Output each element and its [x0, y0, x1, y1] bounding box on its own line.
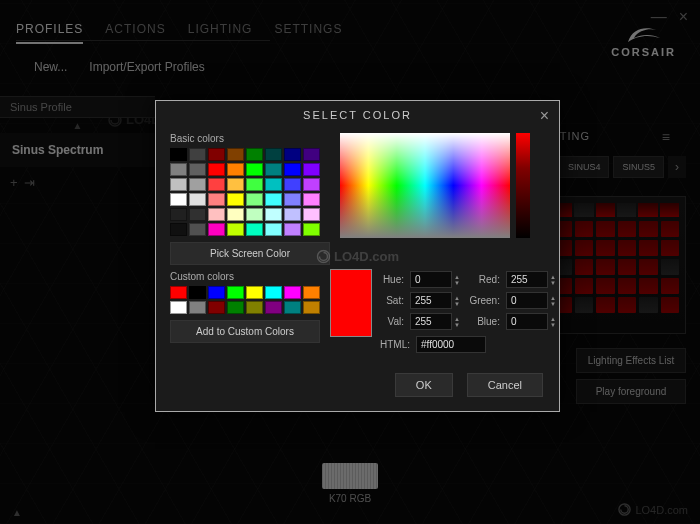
- basic-swatch[interactable]: [208, 223, 225, 236]
- custom-swatch[interactable]: [208, 301, 225, 314]
- modal-overlay: SELECT COLOR × Basic colors Pick Screen …: [0, 0, 700, 524]
- custom-swatch[interactable]: [284, 286, 301, 299]
- basic-swatch[interactable]: [303, 148, 320, 161]
- color-preview: [330, 269, 372, 337]
- basic-swatch[interactable]: [170, 163, 187, 176]
- dialog-close-icon[interactable]: ×: [540, 107, 549, 125]
- basic-swatch[interactable]: [170, 223, 187, 236]
- custom-swatch[interactable]: [189, 301, 206, 314]
- basic-swatch[interactable]: [189, 178, 206, 191]
- custom-swatch[interactable]: [246, 286, 263, 299]
- hue-input[interactable]: [410, 271, 452, 288]
- basic-swatch[interactable]: [227, 148, 244, 161]
- custom-swatch[interactable]: [227, 301, 244, 314]
- green-input[interactable]: [506, 292, 548, 309]
- val-label: Val:: [380, 316, 404, 327]
- basic-swatch[interactable]: [189, 148, 206, 161]
- basic-swatch[interactable]: [208, 193, 225, 206]
- basic-swatch[interactable]: [246, 223, 263, 236]
- sat-input[interactable]: [410, 292, 452, 309]
- basic-swatch[interactable]: [246, 193, 263, 206]
- basic-swatch[interactable]: [208, 163, 225, 176]
- basic-swatch[interactable]: [227, 193, 244, 206]
- html-label: HTML:: [380, 339, 410, 350]
- add-custom-colors-button[interactable]: Add to Custom Colors: [170, 320, 320, 343]
- html-input[interactable]: [416, 336, 486, 353]
- basic-swatch[interactable]: [265, 148, 282, 161]
- dialog-title: SELECT COLOR: [303, 109, 412, 121]
- basic-swatch[interactable]: [208, 148, 225, 161]
- custom-swatch[interactable]: [170, 301, 187, 314]
- basic-swatch[interactable]: [189, 208, 206, 221]
- basic-swatch[interactable]: [170, 193, 187, 206]
- basic-colors-label: Basic colors: [170, 133, 330, 144]
- custom-swatch[interactable]: [303, 301, 320, 314]
- blue-input[interactable]: [506, 313, 548, 330]
- basic-swatch[interactable]: [246, 148, 263, 161]
- basic-swatch[interactable]: [284, 163, 301, 176]
- basic-swatch[interactable]: [303, 223, 320, 236]
- basic-swatch[interactable]: [227, 163, 244, 176]
- basic-swatch[interactable]: [303, 193, 320, 206]
- green-label: Green:: [468, 295, 500, 306]
- custom-swatch[interactable]: [265, 286, 282, 299]
- basic-swatch[interactable]: [170, 148, 187, 161]
- custom-swatch[interactable]: [246, 301, 263, 314]
- basic-swatch[interactable]: [227, 223, 244, 236]
- basic-swatch[interactable]: [170, 208, 187, 221]
- basic-swatch[interactable]: [246, 178, 263, 191]
- basic-swatch[interactable]: [208, 178, 225, 191]
- basic-swatch[interactable]: [303, 163, 320, 176]
- basic-swatch[interactable]: [227, 178, 244, 191]
- basic-swatch[interactable]: [265, 178, 282, 191]
- custom-swatch[interactable]: [303, 286, 320, 299]
- basic-swatch[interactable]: [284, 208, 301, 221]
- basic-swatch[interactable]: [189, 223, 206, 236]
- red-label: Red:: [468, 274, 500, 285]
- pick-screen-color-button[interactable]: Pick Screen Color: [170, 242, 330, 265]
- basic-swatch[interactable]: [227, 208, 244, 221]
- basic-swatch[interactable]: [170, 178, 187, 191]
- custom-swatch[interactable]: [227, 286, 244, 299]
- basic-swatch[interactable]: [284, 178, 301, 191]
- basic-swatch[interactable]: [246, 163, 263, 176]
- basic-swatch[interactable]: [303, 208, 320, 221]
- custom-swatch[interactable]: [170, 286, 187, 299]
- select-color-dialog: SELECT COLOR × Basic colors Pick Screen …: [155, 100, 560, 412]
- val-input[interactable]: [410, 313, 452, 330]
- custom-colors-label: Custom colors: [170, 271, 320, 282]
- cancel-button[interactable]: Cancel: [467, 373, 543, 397]
- basic-swatch[interactable]: [189, 193, 206, 206]
- basic-swatch[interactable]: [265, 223, 282, 236]
- custom-swatch[interactable]: [208, 286, 225, 299]
- basic-swatch[interactable]: [265, 163, 282, 176]
- basic-swatch[interactable]: [265, 193, 282, 206]
- color-gradient-field[interactable]: [340, 133, 510, 238]
- red-input[interactable]: [506, 271, 548, 288]
- basic-swatch[interactable]: [189, 163, 206, 176]
- blue-label: Blue:: [468, 316, 500, 327]
- basic-swatch[interactable]: [265, 208, 282, 221]
- custom-swatch[interactable]: [265, 301, 282, 314]
- basic-swatch[interactable]: [284, 193, 301, 206]
- basic-swatch[interactable]: [284, 148, 301, 161]
- sat-label: Sat:: [380, 295, 404, 306]
- ok-button[interactable]: OK: [395, 373, 453, 397]
- custom-swatch[interactable]: [284, 301, 301, 314]
- basic-swatch[interactable]: [284, 223, 301, 236]
- basic-swatch[interactable]: [246, 208, 263, 221]
- hue-slider[interactable]: [516, 133, 530, 238]
- basic-colors-grid: [170, 148, 330, 236]
- hue-label: Hue:: [380, 274, 404, 285]
- custom-colors-grid: [170, 286, 320, 314]
- basic-swatch[interactable]: [208, 208, 225, 221]
- basic-swatch[interactable]: [303, 178, 320, 191]
- custom-swatch[interactable]: [189, 286, 206, 299]
